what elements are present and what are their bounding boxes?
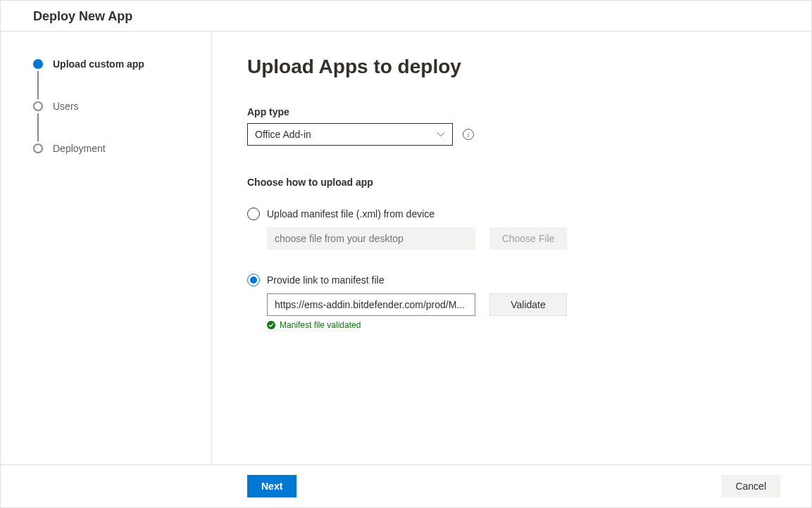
manifest-url-input[interactable] bbox=[267, 293, 475, 316]
step-upload-custom-app[interactable]: Upload custom app bbox=[33, 57, 183, 71]
step-connector bbox=[37, 113, 39, 141]
validate-button[interactable]: Validate bbox=[489, 293, 567, 316]
step-connector bbox=[37, 71, 39, 99]
step-indicator-icon bbox=[33, 59, 43, 69]
app-type-label: App type bbox=[247, 106, 811, 118]
file-path-input bbox=[267, 227, 475, 250]
dropdown-value: Office Add-in bbox=[255, 129, 311, 140]
choose-how-label: Choose how to upload app bbox=[247, 177, 811, 188]
step-label: Users bbox=[53, 99, 79, 113]
step-users[interactable]: Users bbox=[33, 99, 183, 113]
main-content: Upload Apps to deploy App type Office Ad… bbox=[212, 32, 811, 464]
step-deployment[interactable]: Deployment bbox=[33, 141, 183, 155]
dialog-title: Deploy New App bbox=[33, 9, 132, 23]
info-icon[interactable]: i bbox=[463, 129, 474, 140]
upload-from-device-option: Upload manifest file (.xml) from device … bbox=[247, 208, 811, 250]
upload-from-device-radio[interactable] bbox=[247, 208, 260, 220]
validation-text: Manifest file validated bbox=[280, 320, 361, 330]
radio-label: Provide link to manifest file bbox=[267, 274, 385, 286]
step-indicator-icon bbox=[33, 144, 43, 153]
app-type-dropdown[interactable]: Office Add-in bbox=[247, 123, 453, 146]
provide-link-radio[interactable] bbox=[247, 274, 260, 286]
validation-message: Manifest file validated bbox=[267, 320, 811, 330]
choose-file-button: Choose File bbox=[489, 227, 567, 250]
provide-link-option: Provide link to manifest file Validate M… bbox=[247, 274, 811, 330]
wizard-steps-sidebar: Upload custom app Users Deployment bbox=[1, 32, 212, 464]
cancel-button[interactable]: Cancel bbox=[721, 475, 780, 497]
dialog-footer: Next Cancel bbox=[1, 464, 811, 507]
step-indicator-icon bbox=[33, 101, 43, 111]
step-label: Upload custom app bbox=[53, 57, 144, 71]
chevron-down-icon bbox=[437, 130, 445, 139]
dialog-header: Deploy New App bbox=[1, 1, 811, 32]
step-label: Deployment bbox=[53, 141, 106, 155]
page-title: Upload Apps to deploy bbox=[247, 56, 811, 78]
next-button[interactable]: Next bbox=[247, 475, 296, 497]
radio-label: Upload manifest file (.xml) from device bbox=[267, 208, 435, 220]
check-circle-icon bbox=[267, 321, 275, 329]
